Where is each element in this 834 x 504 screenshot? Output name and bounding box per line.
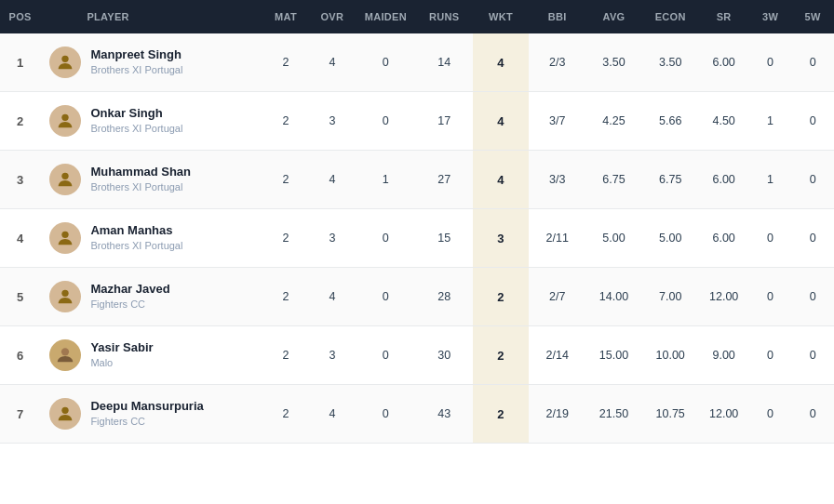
cell-pos: 7 — [0, 385, 40, 444]
avatar — [49, 281, 81, 312]
cell-runs: 27 — [416, 151, 473, 209]
cell-sr: 6.00 — [699, 33, 749, 92]
cell-5w: 0 — [791, 268, 834, 326]
header-wkt: Wkt — [473, 0, 530, 33]
cell-avg: 21.50 — [585, 385, 642, 444]
cell-avg: 3.50 — [585, 33, 642, 92]
player-name: Manpreet Singh — [90, 47, 182, 63]
cell-bbi: 2/7 — [529, 268, 585, 326]
cell-ovr: 3 — [309, 326, 356, 385]
cell-player: Manpreet Singh Brothers XI Portugal — [40, 33, 262, 92]
table-row[interactable]: 3 Muhammad Shan Brothers XI Portugal 2 4… — [0, 151, 834, 209]
cell-3w: 0 — [749, 385, 792, 444]
cell-3w: 0 — [749, 209, 792, 268]
player-name: Onkar Singh — [90, 106, 182, 122]
player-team: Brothers XI Portugal — [90, 122, 182, 135]
player-name: Mazhar Javed — [90, 282, 169, 298]
cell-player: Muhammad Shan Brothers XI Portugal — [40, 151, 262, 209]
cell-ovr: 4 — [309, 385, 356, 444]
player-team: Brothers XI Portugal — [90, 180, 191, 193]
cell-ovr: 3 — [309, 92, 356, 151]
table-row[interactable]: 5 Mazhar Javed Fighters CC 2 4 0 28 2 2/… — [0, 268, 834, 326]
cell-5w: 0 — [791, 385, 834, 444]
header-econ: Econ — [642, 0, 699, 33]
cell-player: Mazhar Javed Fighters CC — [40, 268, 262, 326]
cell-maiden: 0 — [356, 326, 416, 385]
cell-player: Yasir Sabir Malo — [40, 326, 262, 385]
cell-wkt: 4 — [473, 151, 530, 209]
header-mat: Mat — [262, 0, 309, 33]
cell-wkt: 2 — [473, 268, 530, 326]
avatar — [49, 339, 81, 371]
cell-bbi: 2/3 — [529, 33, 585, 92]
cell-ovr: 3 — [309, 209, 356, 268]
player-name: Aman Manhas — [90, 223, 182, 239]
cell-sr: 6.00 — [699, 209, 749, 268]
cell-pos: 4 — [0, 209, 40, 268]
header-pos: Pos — [0, 0, 40, 33]
table-row[interactable]: 2 Onkar Singh Brothers XI Portugal 2 3 0… — [0, 92, 834, 151]
cell-avg: 14.00 — [585, 268, 642, 326]
cell-runs: 30 — [416, 326, 473, 385]
cell-maiden: 0 — [356, 209, 416, 268]
cell-pos: 5 — [0, 268, 40, 326]
header-runs: Runs — [416, 0, 473, 33]
cell-wkt: 3 — [473, 209, 530, 268]
player-name: Muhammad Shan — [90, 165, 191, 180]
svg-point-0 — [62, 56, 69, 62]
cell-5w: 0 — [791, 33, 834, 92]
cell-mat: 2 — [262, 209, 309, 268]
cell-pos: 2 — [0, 92, 40, 151]
cell-5w: 0 — [791, 151, 834, 209]
svg-point-6 — [62, 407, 69, 414]
cell-bbi: 3/7 — [529, 92, 585, 151]
table-row[interactable]: 1 Manpreet Singh Brothers XI Portugal 2 … — [0, 33, 834, 92]
table-header-row: Pos Player Mat Ovr Maiden Runs Wkt BBI A… — [0, 0, 834, 33]
svg-point-2 — [62, 173, 69, 179]
cell-sr: 12.00 — [699, 385, 749, 444]
svg-point-3 — [62, 232, 69, 238]
cell-3w: 0 — [749, 326, 792, 385]
cell-avg: 6.75 — [585, 151, 642, 209]
header-bbi: BBI — [529, 0, 585, 33]
cell-3w: 1 — [749, 92, 792, 151]
player-team: Brothers XI Portugal — [90, 63, 182, 76]
cell-ovr: 4 — [309, 268, 356, 326]
player-name: Deepu Mansurpuria — [90, 399, 203, 415]
cell-player: Deepu Mansurpuria Fighters CC — [40, 385, 262, 444]
bowling-stats-table: Pos Player Mat Ovr Maiden Runs Wkt BBI A… — [0, 0, 834, 444]
player-name: Yasir Sabir — [90, 340, 153, 356]
cell-3w: 0 — [749, 268, 792, 326]
cell-runs: 15 — [416, 209, 473, 268]
cell-mat: 2 — [262, 92, 309, 151]
stats-table-container: Pos Player Mat Ovr Maiden Runs Wkt BBI A… — [0, 0, 834, 444]
cell-wkt: 2 — [473, 385, 530, 444]
avatar — [49, 164, 81, 195]
cell-5w: 0 — [791, 326, 834, 385]
cell-bbi: 2/14 — [529, 326, 585, 385]
cell-sr: 9.00 — [699, 326, 749, 385]
cell-bbi: 3/3 — [529, 151, 585, 209]
cell-econ: 10.00 — [642, 326, 699, 385]
header-3w: 3W — [749, 0, 792, 33]
cell-maiden: 0 — [356, 92, 416, 151]
cell-sr: 4.50 — [699, 92, 749, 151]
header-5w: 5W — [791, 0, 834, 33]
cell-econ: 3.50 — [642, 33, 699, 92]
cell-runs: 28 — [416, 268, 473, 326]
cell-3w: 1 — [749, 151, 792, 209]
player-team: Malo — [90, 356, 153, 369]
player-team: Fighters CC — [90, 298, 169, 311]
cell-bbi: 2/19 — [529, 385, 585, 444]
cell-runs: 43 — [416, 385, 473, 444]
avatar — [49, 222, 81, 254]
cell-ovr: 4 — [309, 151, 356, 209]
cell-runs: 14 — [416, 33, 473, 92]
table-row[interactable]: 4 Aman Manhas Brothers XI Portugal 2 3 0… — [0, 209, 834, 268]
table-row[interactable]: 6 Yasir Sabir Malo 2 3 0 30 2 2/14 15.00… — [0, 326, 834, 385]
header-maiden: Maiden — [356, 0, 416, 33]
cell-econ: 10.75 — [642, 385, 699, 444]
cell-wkt: 4 — [473, 33, 530, 92]
svg-point-5 — [61, 348, 69, 355]
table-row[interactable]: 7 Deepu Mansurpuria Fighters CC 2 4 0 43… — [0, 385, 834, 444]
